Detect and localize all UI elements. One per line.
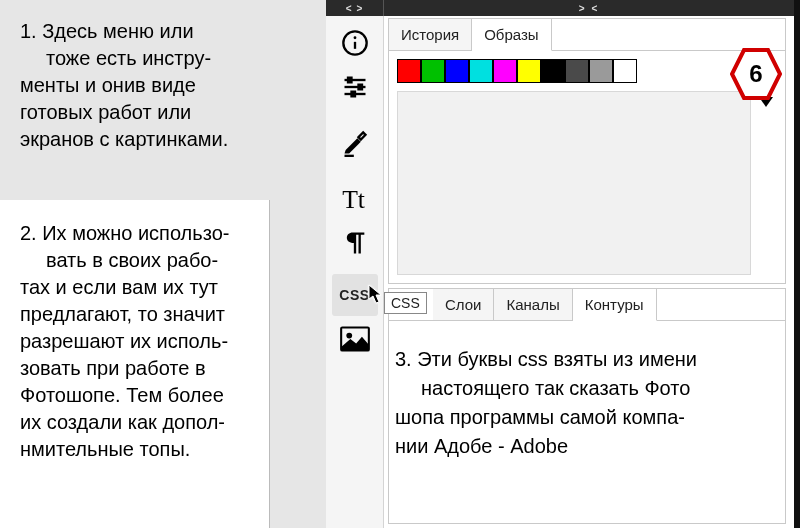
swatch-gray[interactable]	[589, 59, 613, 83]
topbar-handle-center[interactable]: > <	[384, 0, 794, 16]
paragraph-tool[interactable]	[332, 222, 378, 264]
brush-tool[interactable]	[332, 122, 378, 164]
svg-rect-6	[348, 78, 352, 83]
tab-swatches[interactable]: Образы	[472, 19, 551, 51]
image-tool[interactable]	[332, 318, 378, 360]
swatch-black[interactable]	[541, 59, 565, 83]
annotation-2-card: 2. Их можно использо-вать в своих рабо-т…	[0, 200, 270, 528]
top-panel: История Образы	[388, 18, 786, 284]
preview-area	[397, 91, 751, 275]
svg-rect-7	[358, 85, 362, 90]
topbar-handle-left[interactable]: < >	[326, 0, 384, 16]
svg-point-2	[353, 36, 356, 39]
annotation-1: 1. Здесь меню илитоже есть инстру-менты …	[20, 18, 310, 153]
tool-column: Tt CSS	[326, 16, 384, 528]
css-tool[interactable]: CSS	[332, 274, 378, 316]
swatch-white[interactable]	[613, 59, 637, 83]
swatch-red[interactable]	[397, 59, 421, 83]
svg-text:Tt: Tt	[342, 185, 365, 213]
annotation-2: 2. Их можно использо-вать в своих рабо-т…	[20, 220, 257, 463]
swatch-green[interactable]	[421, 59, 445, 83]
right-border	[794, 16, 800, 528]
panels-area: История Образы	[384, 16, 800, 528]
swatch-blue[interactable]	[445, 59, 469, 83]
swatch-cyan[interactable]	[469, 59, 493, 83]
bottom-panel-tabs: Слои Каналы Контуры	[389, 289, 785, 321]
left-annotation-pane: 1. Здесь меню илитоже есть инстру-менты …	[0, 0, 326, 528]
tab-history[interactable]: История	[389, 19, 472, 50]
swatch-darkgray[interactable]	[565, 59, 589, 83]
svg-point-12	[346, 333, 352, 339]
step-badge-label: 6	[730, 48, 782, 100]
swatch-yellow[interactable]	[517, 59, 541, 83]
swatch-magenta[interactable]	[493, 59, 517, 83]
app-pane: < > > < Tt	[326, 0, 800, 528]
tooltip-css: CSS	[384, 292, 427, 314]
app-topbar: < > > <	[326, 0, 800, 16]
svg-rect-8	[351, 92, 355, 97]
top-panel-tabs: История Образы	[389, 19, 785, 51]
topbar-edge	[794, 0, 800, 16]
sliders-tool[interactable]	[332, 66, 378, 108]
tab-layers[interactable]: Слои	[433, 289, 494, 320]
info-tool[interactable]	[332, 22, 378, 64]
text-tool[interactable]: Tt	[332, 178, 378, 220]
bottom-panel: Слои Каналы Контуры 3. Эти буквы css взя…	[388, 288, 786, 524]
annotation-3: 3. Эти буквы css взяты из именинастоящег…	[395, 345, 775, 461]
swatches-row	[389, 51, 785, 83]
step-badge-6: 6	[730, 48, 782, 100]
tab-paths[interactable]: Контуры	[573, 289, 657, 321]
tab-channels[interactable]: Каналы	[494, 289, 572, 320]
